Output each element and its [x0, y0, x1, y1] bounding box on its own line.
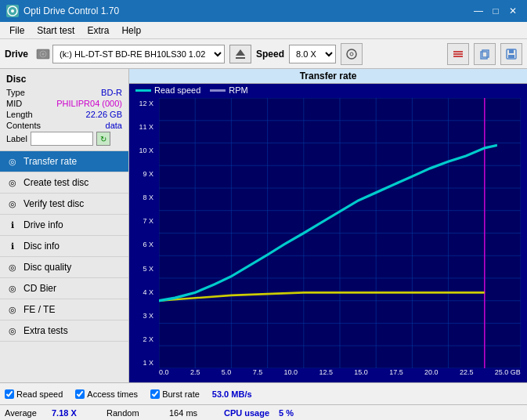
x-label-25: 25.0 GB: [495, 368, 521, 381]
menu-file[interactable]: File: [3, 24, 31, 38]
extra-tests-icon: ◎: [6, 324, 19, 337]
disc-info-panel: Disc Type BD-R MID PHILIPR04 (000) Lengt…: [0, 69, 128, 151]
meas-random-label: Random: [106, 408, 169, 418]
legend-read-speed-label: Read speed: [154, 85, 200, 95]
y-label-3: 3 X: [143, 312, 153, 320]
svg-point-7: [347, 49, 356, 59]
legend-rpm: RPM: [210, 85, 247, 95]
x-axis: 0.0 2.5 5.0 7.5 10.0 12.5 15.0 17.5 20.0…: [159, 368, 521, 381]
x-label-7-5: 7.5: [253, 368, 263, 381]
settings-button[interactable]: [447, 43, 469, 65]
x-label-22-5: 22.5: [460, 368, 474, 381]
svg-rect-6: [236, 57, 245, 59]
disc-type-label: Type: [6, 88, 25, 97]
svg-rect-11: [453, 56, 463, 57]
burst-rate-checkbox[interactable]: [150, 389, 160, 399]
legend-read-speed: Read speed: [135, 85, 200, 95]
svg-rect-10: [453, 53, 463, 55]
y-label-9: 9 X: [143, 170, 153, 178]
title-bar-left: Opti Drive Control 1.70: [6, 5, 119, 17]
svg-marker-5: [236, 49, 245, 56]
menu-start-test[interactable]: Start test: [31, 24, 81, 38]
burst-rate-check[interactable]: Burst rate: [150, 389, 200, 399]
read-button[interactable]: [341, 43, 363, 65]
transfer-rate-icon: ◎: [6, 155, 19, 168]
disc-contents-row: Contents data: [6, 121, 122, 130]
svg-point-1: [11, 9, 14, 13]
sidebar: Disc Type BD-R MID PHILIPR04 (000) Lengt…: [0, 69, 129, 382]
burst-rate-check-label: Burst rate: [162, 389, 200, 399]
drive-icon: [36, 47, 50, 61]
disc-label-row: Label ↻: [6, 132, 122, 146]
x-label-0: 0.0: [159, 368, 169, 381]
access-times-checkbox[interactable]: [75, 389, 85, 399]
label-refresh-button[interactable]: ↻: [96, 132, 110, 146]
disc-length-row: Length 22.26 GB: [6, 110, 122, 119]
disc-label-input[interactable]: [31, 132, 93, 146]
chart-legend: Read speed RPM: [129, 84, 527, 96]
stats-bar: Read speed Access times Burst rate 53.0 …: [0, 382, 527, 404]
settings-icon: [452, 48, 464, 60]
disc-info-icon: ℹ: [6, 240, 19, 252]
sidebar-item-extra-tests[interactable]: ◎ Extra tests: [0, 320, 128, 342]
y-label-4: 4 X: [143, 288, 153, 296]
meas-cpu-value: 5 %: [279, 408, 294, 418]
app-title: Opti Drive Control 1.70: [23, 5, 119, 16]
disc-quality-icon: ◎: [6, 261, 19, 273]
save-button[interactable]: [500, 43, 522, 65]
drive-select[interactable]: (k:) HL-DT-ST BD-RE BH10LS30 1.02: [52, 45, 225, 63]
sidebar-item-extra-tests-label: Extra tests: [23, 325, 68, 336]
copy-icon: [478, 48, 491, 60]
create-test-disc-icon: ◎: [6, 176, 19, 189]
disc-type-row: Type BD-R: [6, 88, 122, 97]
sidebar-item-cd-bier[interactable]: ◎ CD Bier: [0, 278, 128, 299]
svg-point-4: [42, 52, 45, 55]
disc-label-text: Label: [6, 134, 27, 143]
menu-extra[interactable]: Extra: [81, 24, 115, 38]
eject-button[interactable]: [229, 45, 251, 63]
read-speed-checkbox[interactable]: [5, 389, 14, 399]
sidebar-item-transfer-rate[interactable]: ◎ Transfer rate: [0, 151, 128, 172]
legend-rpm-label: RPM: [229, 85, 247, 95]
app-icon: [6, 5, 19, 17]
close-button[interactable]: ✕: [505, 4, 521, 18]
sidebar-item-disc-info[interactable]: ℹ Disc info: [0, 236, 128, 257]
sidebar-item-disc-quality[interactable]: ◎ Disc quality: [0, 257, 128, 278]
access-times-check[interactable]: Access times: [75, 389, 138, 399]
copy-button[interactable]: [474, 43, 496, 65]
svg-rect-16: [508, 55, 514, 58]
x-label-2-5: 2.5: [190, 368, 200, 381]
x-label-5: 5.0: [222, 368, 232, 381]
minimize-button[interactable]: —: [471, 4, 486, 18]
menu-bar: File Start test Extra Help: [0, 22, 527, 39]
sidebar-item-transfer-rate-label: Transfer rate: [23, 156, 77, 167]
disc-panel-title: Disc: [6, 74, 122, 85]
speed-select[interactable]: 8.0 X: [289, 45, 336, 63]
disc-mid-label: MID: [6, 99, 22, 108]
svg-point-8: [350, 52, 353, 56]
read-speed-check-label: Read speed: [16, 389, 63, 399]
y-label-1: 1 X: [143, 359, 153, 367]
sidebar-menu: ◎ Transfer rate ◎ Create test disc ◎ Ver…: [0, 151, 128, 382]
y-label-8: 8 X: [143, 194, 153, 201]
menu-help[interactable]: Help: [115, 24, 147, 38]
sidebar-item-create-test-disc[interactable]: ◎ Create test disc: [0, 172, 128, 194]
sidebar-item-drive-info[interactable]: ℹ Drive info: [0, 215, 128, 236]
read-speed-check[interactable]: Read speed: [5, 389, 63, 399]
maximize-button[interactable]: □: [488, 4, 504, 18]
sidebar-item-verify-test-disc[interactable]: ◎ Verify test disc: [0, 194, 128, 215]
y-axis: 12 X 11 X 10 X 9 X 8 X 7 X 6 X 5 X 4 X 3…: [129, 100, 156, 367]
title-controls: — □ ✕: [471, 4, 521, 18]
chart-svg: [159, 98, 521, 368]
sidebar-item-fe-te[interactable]: ◎ FE / TE: [0, 299, 128, 320]
x-label-20: 20.0: [424, 368, 439, 381]
verify-test-disc-icon: ◎: [6, 197, 19, 210]
y-label-5: 5 X: [143, 265, 153, 273]
x-label-10: 10.0: [284, 368, 298, 381]
disc-type-value: BD-R: [101, 88, 122, 97]
meas-random-value: 164 ms: [169, 408, 224, 418]
meas-average-value: 7.18 X: [52, 408, 106, 418]
y-label-6: 6 X: [143, 241, 153, 248]
disc-mid-row: MID PHILIPR04 (000): [6, 99, 122, 108]
measurements: Average 7.18 X Random 164 ms CPU usage 5…: [0, 404, 527, 420]
